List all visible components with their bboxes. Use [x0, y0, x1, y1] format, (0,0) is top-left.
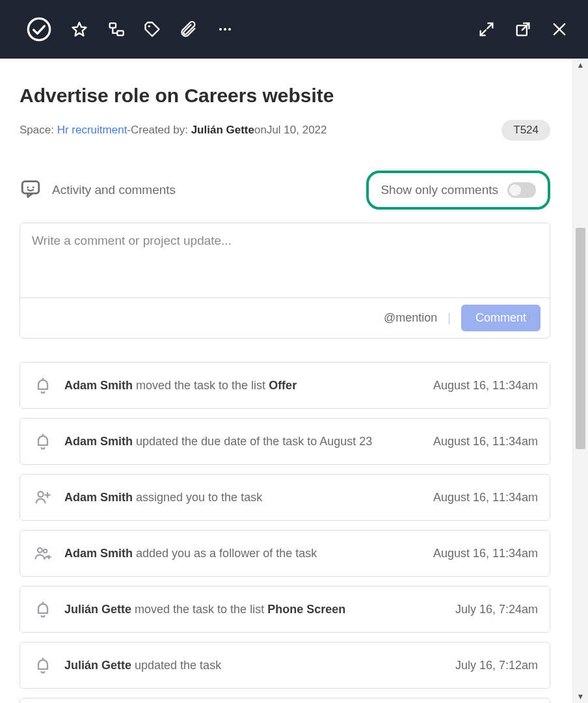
meta-left: Space: Hr recruitment - Created by: Juli… [20, 124, 327, 137]
activity-item: Adam Smith moved the task to the list Of… [20, 362, 550, 409]
activity-date: August 16, 11:34am [433, 491, 538, 504]
activity-actor: Adam Smith [64, 491, 133, 504]
scroll-down-arrow[interactable]: ▼ [573, 690, 588, 703]
bell-icon [32, 376, 54, 395]
activity-text: Adam Smith added you as a follower of th… [64, 547, 423, 560]
person-add-icon [32, 488, 54, 507]
popout-icon [514, 20, 532, 38]
tag-button[interactable] [143, 20, 161, 38]
activity-header-left: Activity and comments [20, 178, 176, 203]
chat-icon [20, 178, 42, 200]
chat-bubble-icon [20, 178, 42, 203]
show-only-comments-toggle[interactable] [507, 182, 536, 198]
show-only-comments-filter: Show only comments [366, 171, 550, 210]
activity-action: assigned you to the task [133, 491, 262, 504]
more-menu-button[interactable] [216, 20, 234, 38]
scroll-up-arrow[interactable]: ▲ [573, 59, 588, 72]
activity-item: Adam Smith added you as a follower of th… [20, 530, 550, 577]
activity-text: Adam Smith assigned you to the task [64, 491, 423, 504]
activity-actor: Adam Smith [64, 379, 133, 392]
activity-text: Julián Gette moved the task to the list … [64, 603, 445, 616]
activity-list: Adam Smith moved the task to the list Of… [20, 362, 550, 703]
activity-item: Julián Gette updated the taskJuly 16, 7:… [20, 642, 550, 689]
activity-date: July 16, 7:12am [455, 659, 538, 672]
activity-target: Offer [269, 379, 297, 392]
comment-actions: @mention | Comment [20, 297, 550, 338]
activity-action: updated the task [131, 659, 221, 672]
topbar [0, 0, 588, 59]
task-id-badge: T524 [501, 120, 550, 141]
creator-name: Julián Gette [191, 124, 254, 137]
activity-item: Julián Gette moved the task to the list … [20, 586, 550, 633]
people-add-icon [32, 544, 54, 563]
main-content: Advertise role on Careers website Space:… [0, 59, 570, 703]
created-by-label: Created by: [131, 124, 188, 137]
dots-icon [217, 21, 233, 37]
complete-task-button[interactable] [26, 16, 52, 42]
activity-date: August 16, 11:34am [433, 435, 538, 448]
activity-action: moved the task to the list [131, 603, 267, 616]
activity-action: updated the due date of the task to Augu… [133, 435, 372, 448]
space-label: Space: [20, 124, 54, 137]
activity-actor: Adam Smith [64, 435, 133, 448]
action-divider: | [448, 311, 451, 325]
activity-action: moved the task to the list [133, 379, 269, 392]
activity-actor: Julián Gette [64, 659, 131, 672]
activity-action: added you as a follower of the task [133, 547, 317, 560]
space-link[interactable]: Hr recruitment [57, 124, 127, 137]
attach-button[interactable] [180, 20, 198, 38]
check-circle-icon [26, 16, 52, 42]
activity-item: Adam Smith assigned you to the taskAugus… [20, 474, 550, 521]
activity-header: Activity and comments Show only comments [20, 171, 550, 210]
topbar-left-group [26, 16, 234, 42]
task-title: Advertise role on Careers website [20, 85, 550, 107]
activity-date: August 16, 11:34am [433, 379, 538, 393]
activity-actor: Julián Gette [64, 603, 131, 616]
close-button[interactable] [550, 20, 568, 38]
activity-text: Adam Smith updated the due date of the t… [64, 435, 423, 448]
subtask-button[interactable] [107, 20, 125, 38]
bell-icon [32, 432, 54, 451]
subtask-icon [107, 20, 125, 38]
activity-text: Julián Gette updated the task [64, 659, 445, 672]
filter-label: Show only comments [381, 183, 498, 197]
paperclip-icon [180, 20, 198, 38]
topbar-right-group [477, 20, 568, 38]
scrollbar[interactable]: ▲ ▼ [572, 59, 588, 703]
activity-actor: Adam Smith [64, 547, 133, 560]
activity-item: Julián Gette updated the taskJuly 16, 7:… [20, 698, 550, 703]
expand-button[interactable] [477, 20, 496, 38]
meta-row: Space: Hr recruitment - Created by: Juli… [20, 120, 550, 141]
activity-text: Adam Smith moved the task to the list Of… [64, 379, 423, 393]
close-icon [550, 20, 568, 38]
comment-input[interactable] [20, 223, 550, 295]
expand-icon [477, 20, 496, 38]
comment-submit-button[interactable]: Comment [461, 305, 541, 331]
activity-target: Phone Screen [267, 603, 345, 616]
created-on-date: Jul 10, 2022 [267, 124, 327, 137]
bell-icon [32, 655, 54, 675]
activity-date: July 16, 7:24am [455, 603, 538, 616]
activity-date: August 16, 11:34am [433, 547, 538, 560]
activity-heading-label: Activity and comments [52, 183, 176, 197]
scrollbar-thumb[interactable] [576, 228, 585, 449]
star-icon [70, 20, 88, 38]
tag-icon [143, 20, 161, 38]
comment-box: @mention | Comment [20, 223, 550, 338]
favorite-button[interactable] [70, 20, 88, 38]
bell-icon [32, 600, 54, 619]
created-on-prefix: on [254, 124, 267, 137]
activity-item: Adam Smith updated the due date of the t… [20, 418, 550, 465]
mention-button[interactable]: @mention [384, 311, 437, 325]
popout-button[interactable] [514, 20, 532, 38]
